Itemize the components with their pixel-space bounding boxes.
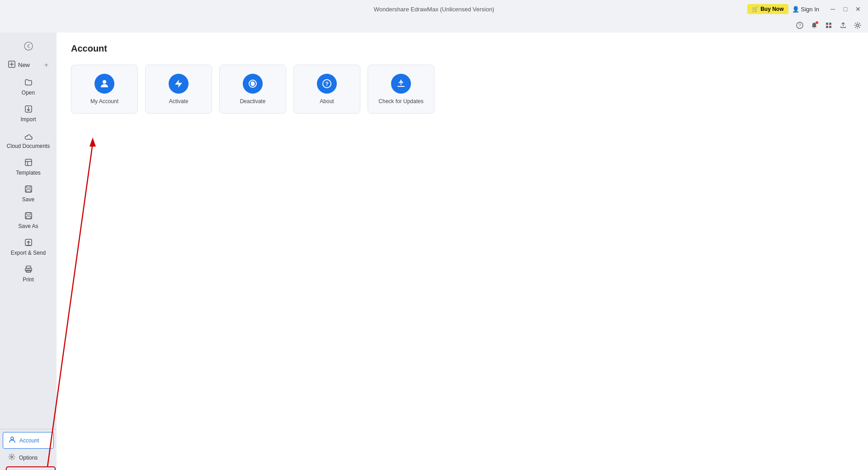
- buy-now-button[interactable]: 🛒 Buy Now: [747, 4, 788, 14]
- my-account-label: My Account: [90, 98, 118, 104]
- sidebar: New + Open Import Cloud Documents: [0, 33, 57, 470]
- app-title: Wondershare EdrawMax (Unlicensed Version…: [374, 6, 494, 13]
- grid-icon[interactable]: [824, 20, 834, 30]
- save-as-icon: [24, 212, 33, 221]
- svg-rect-4: [826, 26, 828, 28]
- page-title: Account: [71, 43, 854, 54]
- window-controls: ─ □ ✕: [828, 5, 863, 14]
- user-icon: 👤: [792, 6, 799, 13]
- toolbar-row: ?: [0, 18, 868, 33]
- open-icon: [24, 78, 33, 88]
- sidebar-item-account[interactable]: Account: [3, 432, 54, 449]
- cloud-label: Cloud Documents: [7, 143, 50, 149]
- settings-icon[interactable]: [853, 20, 863, 30]
- new-label: New: [18, 62, 30, 68]
- activate-label: Activate: [169, 98, 189, 104]
- svg-rect-16: [26, 216, 31, 218]
- templates-icon: [24, 158, 33, 168]
- export-label: Export & Send: [11, 250, 46, 256]
- deactivate-icon: [243, 74, 263, 94]
- svg-point-21: [11, 437, 14, 440]
- account-label: Account: [19, 437, 39, 444]
- sidebar-item-options[interactable]: Options: [3, 450, 54, 465]
- options-label: Options: [19, 455, 38, 461]
- sidebar-item-templates[interactable]: Templates: [3, 155, 54, 180]
- card-about[interactable]: ? About: [293, 65, 360, 114]
- export-icon: [24, 238, 33, 248]
- card-deactivate[interactable]: Deactivate: [219, 65, 286, 114]
- sign-in-label: Sign In: [801, 6, 819, 13]
- main-layout: New + Open Import Cloud Documents: [0, 33, 868, 470]
- sidebar-item-import[interactable]: Import: [3, 101, 54, 126]
- card-check-updates[interactable]: Check for Updates: [368, 65, 434, 114]
- close-button[interactable]: ✕: [854, 5, 863, 14]
- svg-text:?: ?: [325, 81, 329, 87]
- sign-in-button[interactable]: 👤 Sign In: [792, 6, 819, 13]
- account-icon: [9, 436, 16, 445]
- options-icon: [8, 453, 15, 462]
- sidebar-item-save-as[interactable]: Save As: [3, 208, 54, 233]
- templates-label: Templates: [16, 170, 41, 176]
- svg-rect-13: [26, 190, 31, 192]
- save-icon: [24, 185, 33, 195]
- notification-dot: [816, 21, 818, 24]
- activate-icon: [169, 74, 189, 94]
- svg-point-7: [24, 42, 33, 50]
- content-area: Account My Account Acti: [57, 33, 868, 470]
- my-account-icon: [94, 74, 114, 94]
- svg-text:?: ?: [798, 23, 801, 28]
- cloud-icon: [24, 132, 33, 141]
- sidebar-item-save[interactable]: Save: [3, 181, 54, 206]
- sidebar-item-cloud[interactable]: Cloud Documents: [3, 128, 54, 153]
- new-plus-icon: +: [44, 61, 48, 69]
- sidebar-bottom: Account Options: [0, 429, 57, 466]
- save-as-label: Save As: [18, 223, 38, 229]
- import-icon: [24, 105, 33, 114]
- about-icon: ?: [317, 74, 337, 94]
- check-updates-icon: [391, 74, 411, 94]
- titlebar-right: 🛒 Buy Now 👤 Sign In ─ □ ✕: [747, 4, 863, 14]
- sidebar-item-print[interactable]: Print: [3, 261, 54, 286]
- cards-grid: My Account Activate: [71, 65, 854, 114]
- save-label: Save: [22, 196, 34, 203]
- print-label: Print: [23, 276, 34, 283]
- card-my-account[interactable]: My Account: [71, 65, 138, 114]
- share-icon[interactable]: [838, 20, 848, 30]
- deactivate-label: Deactivate: [240, 98, 266, 104]
- buy-now-icon: 🛒: [752, 6, 759, 12]
- sidebar-item-export[interactable]: Export & Send: [3, 235, 54, 260]
- sidebar-item-new[interactable]: New +: [3, 57, 54, 73]
- svg-rect-10: [25, 159, 32, 166]
- new-icon: [8, 61, 15, 69]
- buy-now-label: Buy Now: [760, 6, 783, 12]
- import-label: Import: [20, 116, 36, 123]
- svg-point-22: [11, 456, 13, 458]
- maximize-button[interactable]: □: [841, 5, 850, 14]
- svg-rect-2: [826, 23, 828, 25]
- titlebar: Wondershare EdrawMax (Unlicensed Version…: [0, 0, 868, 18]
- open-label: Open: [22, 90, 35, 96]
- svg-rect-3: [829, 23, 831, 25]
- print-icon: [24, 265, 33, 275]
- svg-point-6: [857, 24, 859, 27]
- svg-point-23: [103, 80, 106, 84]
- minimize-button[interactable]: ─: [828, 5, 837, 14]
- notification-icon[interactable]: [809, 20, 819, 30]
- card-activate[interactable]: Activate: [145, 65, 212, 114]
- sidebar-item-open[interactable]: Open: [3, 75, 54, 100]
- help-icon[interactable]: ?: [795, 20, 805, 30]
- back-button[interactable]: [20, 38, 37, 54]
- svg-rect-5: [829, 26, 831, 28]
- check-updates-label: Check for Updates: [378, 98, 423, 104]
- about-label: About: [320, 98, 334, 104]
